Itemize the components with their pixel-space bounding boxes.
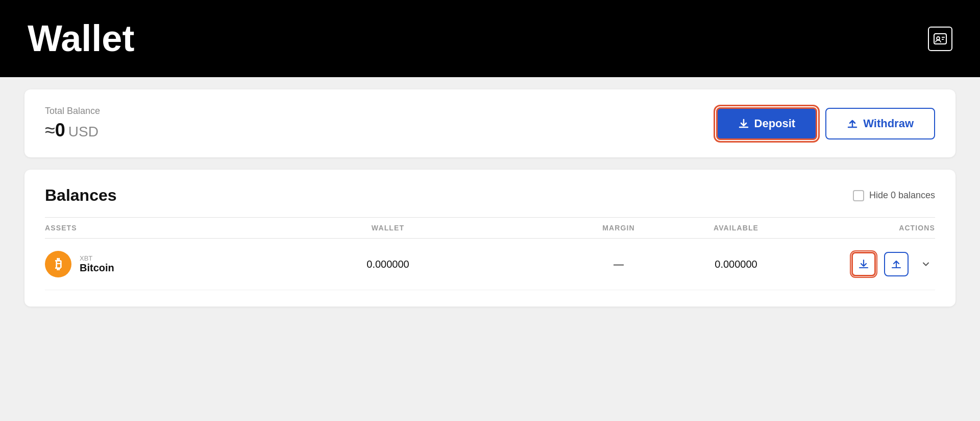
row-expand-button[interactable] (917, 255, 935, 273)
col-header-assets: ASSETS (45, 224, 208, 232)
col-header-actions: ACTIONS (802, 224, 935, 232)
row-withdraw-icon (891, 259, 902, 270)
available-value: 0.000000 (670, 259, 802, 270)
deposit-icon (738, 118, 749, 129)
balances-header: Balances Hide 0 balances (45, 186, 935, 205)
balance-currency: USD (68, 124, 99, 139)
actions-cell (802, 252, 935, 276)
header: Wallet (0, 0, 980, 77)
approx-symbol: ≈ (45, 120, 55, 141)
row-deposit-icon (858, 259, 869, 270)
table-header: ASSETS WALLET MARGIN AVAILABLE ACTIONS (45, 217, 935, 239)
hide-zero-checkbox[interactable] (853, 190, 864, 201)
deposit-button[interactable]: Deposit (716, 107, 818, 140)
balance-value: ≈0USD (45, 120, 100, 141)
bitcoin-icon: ₿ (45, 251, 71, 277)
row-deposit-button[interactable] (851, 252, 876, 276)
main-content: Total Balance ≈0USD Deposit Withdraw (0, 77, 980, 331)
balance-info: Total Balance ≈0USD (45, 106, 100, 141)
hide-zero-group: Hide 0 balances (853, 190, 935, 201)
col-header-wallet: WALLET (208, 224, 568, 232)
person-card-icon (933, 32, 947, 46)
col-header-available: AVAILABLE (670, 224, 802, 232)
balance-amount: 0 (55, 120, 65, 141)
table-row: ₿ XBT Bitcoin 0.000000 — 0.000000 (45, 239, 935, 290)
withdraw-icon (847, 118, 858, 129)
col-header-margin: MARGIN (568, 224, 670, 232)
asset-ticker: XBT (80, 254, 114, 262)
wallet-value: 0.000000 (208, 259, 568, 270)
balance-card: Total Balance ≈0USD Deposit Withdraw (24, 89, 955, 157)
page-title: Wallet (28, 18, 134, 59)
profile-icon-button[interactable] (928, 27, 952, 51)
chevron-down-icon (921, 259, 931, 269)
action-buttons: Deposit Withdraw (716, 107, 935, 140)
svg-point-1 (937, 37, 940, 40)
hide-zero-label: Hide 0 balances (869, 190, 935, 201)
margin-value: — (568, 259, 670, 270)
asset-info: XBT Bitcoin (80, 254, 114, 274)
withdraw-button[interactable]: Withdraw (825, 108, 935, 139)
asset-cell: ₿ XBT Bitcoin (45, 251, 208, 277)
asset-name: Bitcoin (80, 262, 114, 274)
balance-label: Total Balance (45, 106, 100, 116)
balances-card: Balances Hide 0 balances ASSETS WALLET M… (24, 170, 955, 307)
balances-title: Balances (45, 186, 117, 205)
row-withdraw-button[interactable] (884, 252, 909, 276)
